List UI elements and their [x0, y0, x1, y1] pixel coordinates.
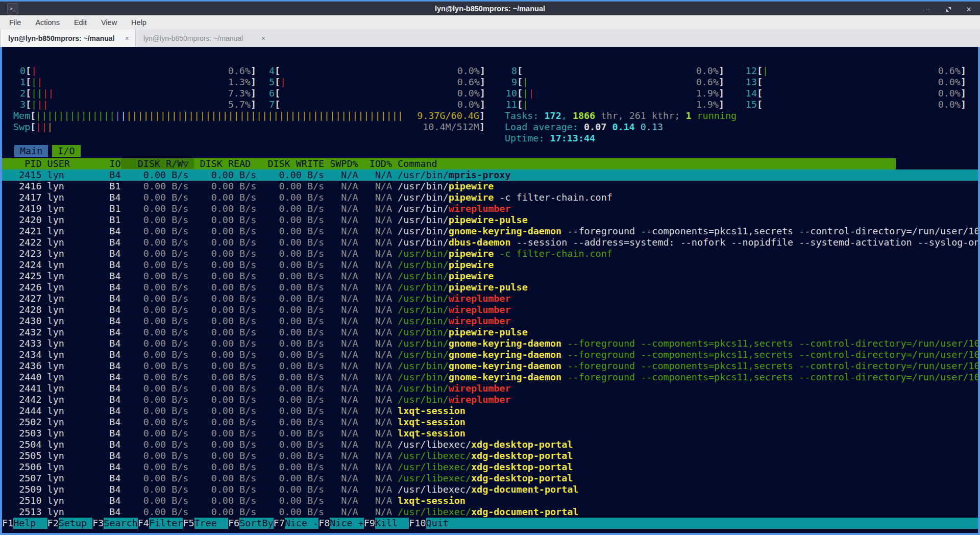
meter-bracket: ]: [251, 99, 256, 110]
process-row[interactable]: 2432 lyn B4 0.00 B/s 0.00 B/s 0.00 B/s N…: [2, 327, 978, 338]
process-row[interactable]: 2424 lyn B4 0.00 B/s 0.00 B/s 0.00 B/s N…: [2, 259, 978, 271]
menu-edit[interactable]: Edit: [67, 15, 94, 30]
process-id-user-io: 2504 lyn B4: [2, 439, 121, 450]
header-sort-column[interactable]: DISK R/W▽: [121, 158, 194, 169]
fkey-key: F10: [409, 518, 426, 528]
process-row[interactable]: 2427 lyn B4 0.00 B/s 0.00 B/s 0.00 B/s N…: [2, 293, 978, 304]
process-row[interactable]: 2425 lyn B4 0.00 B/s 0.00 B/s 0.00 B/s N…: [2, 271, 978, 282]
process-row[interactable]: 2426 lyn B4 0.00 B/s 0.00 B/s 0.00 B/s N…: [2, 282, 978, 293]
minimize-button[interactable]: –: [924, 5, 932, 13]
text-segment: /usr/bin/: [398, 293, 449, 304]
process-id-user-io: 2509 lyn B4: [2, 484, 121, 495]
fkey-F7[interactable]: F7Nice -: [274, 518, 319, 529]
cpu-meter-line: 2[||||7.3%]6[0.0%]10[||1.9%]14[0.0%]: [2, 88, 978, 99]
htop-tab-io[interactable]: I/O: [52, 145, 80, 157]
fkey-F9[interactable]: F9Kill: [364, 518, 409, 529]
swap-meter-line: Swp[|||10.4M/512M]Load average: 0.07 0.1…: [2, 121, 978, 133]
fkey-F3[interactable]: F3Search: [92, 518, 138, 529]
tab-close-icon[interactable]: ×: [125, 34, 129, 42]
meter-label: 14: [745, 88, 757, 99]
meter-label: Mem: [13, 110, 30, 121]
menu-view[interactable]: View: [94, 15, 124, 30]
process-id-user-io: 2436 lyn B4: [2, 360, 121, 371]
process-row[interactable]: 2442 lyn B4 0.00 B/s 0.00 B/s 0.00 B/s N…: [2, 394, 978, 405]
meter-tick: ||||||||||||||: [36, 110, 115, 121]
menu-help[interactable]: Help: [124, 15, 154, 30]
process-row[interactable]: 2423 lyn B4 0.00 B/s 0.00 B/s 0.00 B/s N…: [2, 248, 978, 259]
meter-bracket: ]: [719, 65, 724, 77]
process-row[interactable]: 2415 lyn B4 0.00 B/s 0.00 B/s 0.00 B/s N…: [2, 169, 978, 181]
meter-label: 13: [745, 77, 757, 88]
process-row[interactable]: 2441 lyn B4 0.00 B/s 0.00 B/s 0.00 B/s N…: [2, 383, 978, 394]
process-io-metrics: 0.00 B/s 0.00 B/s 0.00 B/s N/A N/A: [121, 282, 398, 293]
fkey-F6[interactable]: F6SortBy: [228, 518, 274, 529]
htop-tab-main[interactable]: Main: [14, 145, 48, 157]
meter-label: 9: [505, 77, 517, 88]
meter-bar: [280, 88, 452, 99]
fkey-F1[interactable]: F1Help: [2, 518, 47, 529]
process-row[interactable]: 2433 lyn B4 0.00 B/s 0.00 B/s 0.00 B/s N…: [2, 338, 978, 349]
fkey-F2[interactable]: F2Setup: [47, 518, 93, 529]
process-row[interactable]: 2419 lyn B1 0.00 B/s 0.00 B/s 0.00 B/s N…: [2, 203, 978, 214]
fkey-key: F2: [47, 518, 59, 528]
menu-file[interactable]: File: [2, 15, 28, 30]
meter-label: 4: [262, 65, 275, 77]
close-button[interactable]: ✕: [965, 5, 973, 13]
tab-label: lyn@lyn-b850mprors: ~/manual: [8, 34, 121, 42]
meter-tick: |: [523, 88, 528, 99]
meter-bar: |: [763, 65, 933, 77]
cpu-meter-line: 3[|||5.7%]7[0.0%]11[|1.9%]15[0.0%]: [2, 99, 978, 110]
fkey-F5[interactable]: F5Tree: [183, 518, 228, 529]
terminal-tab-active[interactable]: lyn@lyn-b850mprors: ~/manual ×: [0, 30, 136, 47]
text-segment: /usr/bin/: [398, 304, 449, 315]
meter-percent: 0.6%: [223, 65, 251, 77]
text-segment: gnome-keyring-daemon: [449, 349, 561, 360]
process-row[interactable]: 2510 lyn B4 0.00 B/s 0.00 B/s 0.00 B/s N…: [2, 495, 978, 506]
process-row[interactable]: 2509 lyn B4 0.00 B/s 0.00 B/s 0.00 B/s N…: [2, 484, 978, 495]
process-row[interactable]: 2434 lyn B4 0.00 B/s 0.00 B/s 0.00 B/s N…: [2, 349, 978, 360]
text-segment: 17:13:44: [550, 133, 596, 143]
process-id-user-io: 2503 lyn B4: [2, 428, 121, 439]
process-row[interactable]: 2430 lyn B4 0.00 B/s 0.00 B/s 0.00 B/s N…: [2, 315, 978, 327]
process-row[interactable]: 2417 lyn B4 0.00 B/s 0.00 B/s 0.00 B/s N…: [2, 192, 978, 203]
process-row[interactable]: 2428 lyn B4 0.00 B/s 0.00 B/s 0.00 B/s N…: [2, 304, 978, 315]
meter-bar: ||: [31, 77, 223, 88]
meter: 6[0.0%]: [262, 88, 485, 99]
process-row[interactable]: 2421 lyn B4 0.00 B/s 0.00 B/s 0.00 B/s N…: [2, 226, 978, 237]
text-segment: /usr/bin/: [398, 394, 449, 405]
meter-bar: |: [31, 65, 223, 77]
tab-close-icon[interactable]: ×: [261, 34, 265, 42]
terminal-tab-inactive[interactable]: lyn@lyn-b850mprors: ~/manual ×: [136, 30, 272, 47]
process-row[interactable]: 2440 lyn B4 0.00 B/s 0.00 B/s 0.00 B/s N…: [2, 372, 978, 383]
process-table-header[interactable]: PID USER IO DISK R/W▽ DISK READ DISK WRI…: [2, 158, 896, 169]
process-row[interactable]: 2444 lyn B4 0.00 B/s 0.00 B/s 0.00 B/s N…: [2, 405, 978, 417]
process-row[interactable]: 2505 lyn B4 0.00 B/s 0.00 B/s 0.00 B/s N…: [2, 450, 978, 461]
process-row[interactable]: 2506 lyn B4 0.00 B/s 0.00 B/s 0.00 B/s N…: [2, 461, 978, 473]
text-segment: thr: [595, 110, 618, 121]
menu-actions[interactable]: Actions: [28, 15, 67, 30]
meter-percent: 0.6%: [452, 77, 480, 88]
process-io-metrics: 0.00 B/s 0.00 B/s 0.00 B/s N/A N/A: [121, 394, 398, 405]
process-io-metrics: 0.00 B/s 0.00 B/s 0.00 B/s N/A N/A: [121, 226, 398, 236]
fkey-key: F3: [92, 518, 104, 528]
process-row[interactable]: 2436 lyn B4 0.00 B/s 0.00 B/s 0.00 B/s N…: [2, 360, 978, 372]
meter-bracket: [: [26, 77, 31, 88]
restore-button[interactable]: [944, 5, 952, 13]
process-row[interactable]: 2513 lyn B4 0.00 B/s 0.00 B/s 0.00 B/s N…: [2, 506, 978, 518]
meter-percent: 0.0%: [452, 88, 480, 99]
process-row[interactable]: 2507 lyn B4 0.00 B/s 0.00 B/s 0.00 B/s N…: [2, 473, 978, 484]
process-io-metrics: 0.00 B/s 0.00 B/s 0.00 B/s N/A N/A: [121, 405, 398, 416]
meter-bracket: [: [26, 65, 31, 77]
process-row[interactable]: 2504 lyn B4 0.00 B/s 0.00 B/s 0.00 B/s N…: [2, 439, 978, 450]
process-row[interactable]: 2503 lyn B4 0.00 B/s 0.00 B/s 0.00 B/s N…: [2, 428, 978, 439]
fkey-key: F4: [138, 518, 149, 528]
fkey-F8[interactable]: F8Nice +: [318, 518, 364, 529]
fkey-F10[interactable]: F10Quit: [409, 518, 449, 529]
process-row[interactable]: 2420 lyn B1 0.00 B/s 0.00 B/s 0.00 B/s N…: [2, 214, 978, 226]
process-row[interactable]: 2502 lyn B4 0.00 B/s 0.00 B/s 0.00 B/s N…: [2, 417, 978, 428]
process-row[interactable]: 2422 lyn B4 0.00 B/s 0.00 B/s 0.00 B/s N…: [2, 237, 978, 248]
process-io-metrics: 0.00 B/s 0.00 B/s 0.00 B/s N/A N/A: [121, 450, 398, 461]
fkey-F4[interactable]: F4Filter: [138, 518, 183, 529]
text-segment: wireplumber: [449, 293, 511, 304]
process-row[interactable]: 2416 lyn B1 0.00 B/s 0.00 B/s 0.00 B/s N…: [2, 181, 978, 192]
